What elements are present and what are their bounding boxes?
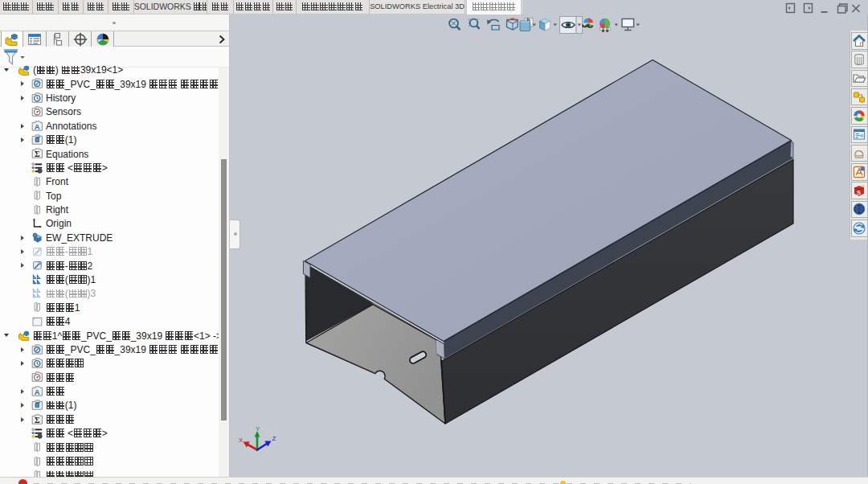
svg-text:S: S (857, 190, 861, 195)
svg-text:Z: Z (272, 435, 276, 442)
svg-text:Σ: Σ (35, 150, 40, 158)
svg-text:Σ: Σ (35, 415, 40, 424)
svg-text:A: A (35, 121, 40, 130)
svg-text:Y: Y (256, 425, 260, 433)
svg-text:X: X (239, 437, 244, 444)
svg-text:A: A (35, 387, 40, 396)
